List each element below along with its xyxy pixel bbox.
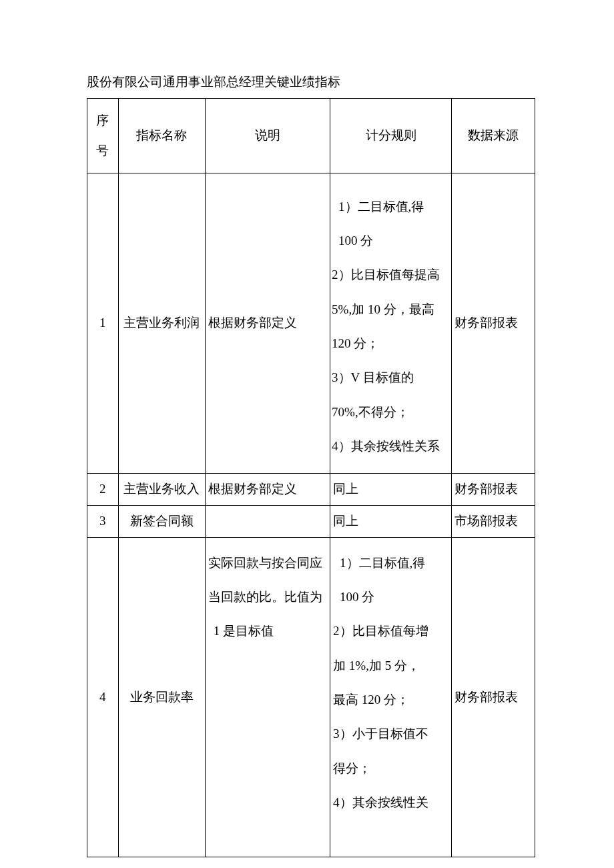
cell-rule: 1）二目标值,得 100 分 2）比目标值每提高 5%,加 10 分，最高 12… (330, 173, 452, 473)
cell-seq: 2 (87, 473, 119, 505)
cell-rule: 1）二目标值,得 100 分 2）比目标值每增 加 1%,加 5 分， 最高 1… (330, 537, 452, 857)
table-header-row: 序号 指标名称 说明 计分规则 数据来源 (87, 98, 535, 173)
rule-line: 4）其余按线性关系 (332, 429, 450, 463)
desc-line: 实际回款与按合同应 (208, 546, 327, 580)
cell-rule: 同上 (330, 505, 452, 537)
table-row: 4 业务回款率 实际回款与按合同应 当回款的比。比值为 1 是目标值 1）二目标… (87, 537, 535, 857)
rule-line: 70%,不得分； (332, 395, 450, 429)
desc-line: 当回款的比。比值为 (208, 580, 327, 614)
header-name: 指标名称 (118, 98, 205, 173)
document-page: 股份有限公司通用事业部总经理关键业绩指标 序号 指标名称 说明 计分规则 数据来… (0, 0, 614, 857)
rule-line: 1）二目标值,得 (333, 546, 450, 580)
table-row: 2 主营业务收入 根据财务部定义 同上 财务部报表 (87, 473, 535, 505)
cell-seq: 1 (87, 173, 119, 473)
cell-source: 市场部报表 (452, 505, 535, 537)
cell-seq: 3 (87, 505, 119, 537)
rule-line: 5%,加 10 分，最高 (332, 292, 450, 326)
table-row: 1 主营业务利润 根据财务部定义 1）二目标值,得 100 分 2）比目标值每提… (87, 173, 535, 473)
rule-line: 3）V 目标值的 (332, 360, 450, 394)
rule-line: 4）其余按线性关 (333, 785, 450, 819)
table-row: 3 新签合同额 同上 市场部报表 (87, 505, 535, 537)
rule-line: 120 分； (332, 326, 450, 360)
cell-name: 主营业务利润 (118, 173, 205, 473)
cell-desc (205, 505, 330, 537)
cell-desc: 根据财务部定义 (205, 173, 330, 473)
rule-line: 100 分 (333, 580, 450, 614)
rule-line: 100 分 (332, 224, 450, 258)
cell-source: 财务部报表 (452, 537, 535, 857)
header-desc: 说明 (205, 98, 330, 173)
cell-seq: 4 (87, 537, 119, 857)
cell-name: 业务回款率 (118, 537, 205, 857)
cell-rule: 同上 (330, 473, 452, 505)
cell-desc: 根据财务部定义 (205, 473, 330, 505)
cell-name: 主营业务收入 (118, 473, 205, 505)
rule-line: 得分； (333, 751, 450, 785)
header-rule: 计分规则 (330, 98, 452, 173)
rule-line: 2）比目标值每增 (333, 614, 450, 648)
rule-line: 加 1%,加 5 分， (333, 648, 450, 683)
desc-line: 1 是目标值 (208, 614, 327, 648)
cell-desc: 实际回款与按合同应 当回款的比。比值为 1 是目标值 (205, 537, 330, 857)
rule-line: 3）小于目标值不 (333, 717, 450, 751)
rule-line: 2）比目标值每提高 (332, 258, 450, 292)
cell-source: 财务部报表 (452, 173, 535, 473)
kpi-table: 序号 指标名称 说明 计分规则 数据来源 1 主营业务利润 根据财务部定义 1）… (87, 98, 535, 857)
cell-source: 财务部报表 (452, 473, 535, 505)
document-title: 股份有限公司通用事业部总经理关键业绩指标 (87, 73, 535, 91)
cell-name: 新签合同额 (118, 505, 205, 537)
rule-line: 最高 120 分； (333, 683, 450, 717)
header-source: 数据来源 (452, 98, 535, 173)
rule-line: 1）二目标值,得 (332, 189, 450, 224)
header-seq: 序号 (87, 98, 119, 173)
